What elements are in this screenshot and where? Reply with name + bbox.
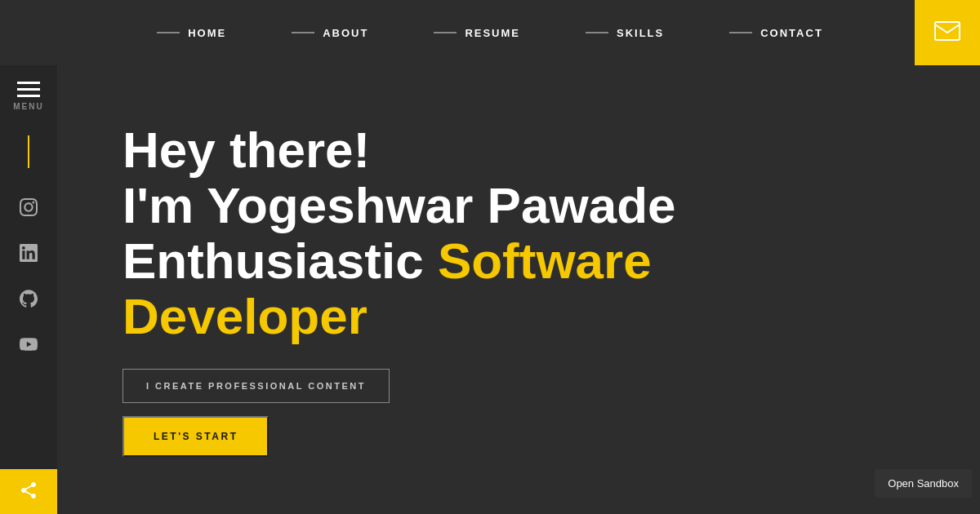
svg-rect-0 bbox=[935, 22, 960, 40]
nav-dash-resume bbox=[434, 32, 457, 33]
share-icon bbox=[19, 481, 38, 503]
open-sandbox-label: Open Sandbox bbox=[888, 477, 959, 490]
linkedin-icon[interactable] bbox=[12, 237, 45, 269]
instagram-icon[interactable] bbox=[12, 191, 45, 224]
hero-greeting: Hey there! bbox=[122, 122, 915, 178]
menu-label: MENU bbox=[13, 102, 43, 111]
hero-subtitle-prefix: Enthusiastic bbox=[122, 233, 438, 289]
content-button[interactable]: I CREATE PROFESSIONAL CONTENT bbox=[122, 369, 390, 403]
nav-dash-about bbox=[292, 32, 314, 33]
top-navigation: HOME ABOUT RESUME SKILLS CONTACT bbox=[0, 0, 980, 65]
nav-dash-contact bbox=[729, 32, 752, 33]
content-button-label: I CREATE PROFESSIONAL CONTENT bbox=[146, 381, 366, 391]
share-button[interactable] bbox=[0, 469, 57, 514]
menu-toggle[interactable]: MENU bbox=[13, 82, 43, 111]
email-icon bbox=[934, 21, 960, 44]
main-content: Hey there! I'm Yogeshwar Pawade Enthusia… bbox=[57, 65, 980, 514]
left-sidebar: MENU bbox=[0, 0, 57, 514]
hero-subtitle-highlight: Software bbox=[438, 233, 652, 289]
hero-subtitle: Enthusiastic Software bbox=[122, 233, 915, 289]
sidebar-divider bbox=[28, 135, 29, 168]
github-icon[interactable] bbox=[12, 282, 45, 315]
nav-label-contact: CONTACT bbox=[760, 27, 823, 39]
youtube-icon[interactable] bbox=[12, 328, 45, 361]
lets-start-button[interactable]: LET'S START bbox=[122, 416, 269, 457]
nav-label-resume: RESUME bbox=[465, 27, 520, 39]
nav-contact[interactable]: CONTACT bbox=[729, 27, 823, 39]
hero-name: I'm Yogeshwar Pawade bbox=[122, 178, 915, 233]
nav-label-home: HOME bbox=[188, 27, 226, 39]
nav-dash-home bbox=[157, 32, 180, 33]
nav-about[interactable]: ABOUT bbox=[292, 27, 368, 39]
hamburger-icon bbox=[17, 82, 40, 97]
nav-label-skills: SKILLS bbox=[617, 27, 664, 39]
open-sandbox-tooltip[interactable]: Open Sandbox bbox=[875, 469, 972, 498]
email-button[interactable] bbox=[915, 0, 980, 65]
lets-start-label: LET'S START bbox=[154, 431, 238, 442]
nav-resume[interactable]: RESUME bbox=[434, 27, 520, 39]
nav-label-about: ABOUT bbox=[323, 27, 368, 39]
nav-dash-skills bbox=[586, 32, 608, 33]
hero-role: Developer bbox=[122, 289, 915, 344]
nav-home[interactable]: HOME bbox=[157, 27, 226, 39]
nav-skills[interactable]: SKILLS bbox=[586, 27, 664, 39]
